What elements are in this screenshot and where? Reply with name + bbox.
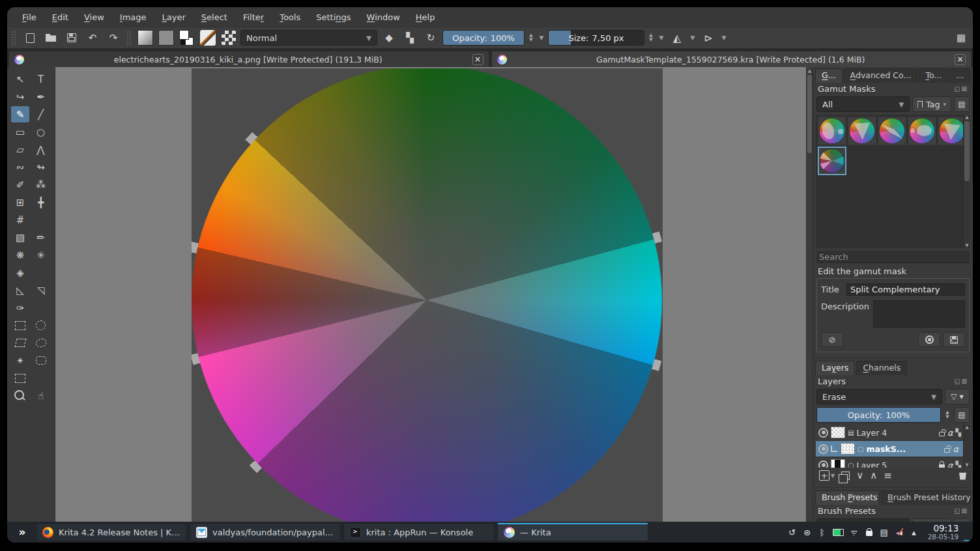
zoom-tool[interactable] (11, 388, 29, 404)
brush-presets-button[interactable] (220, 29, 238, 46)
wifi-icon[interactable] (850, 529, 859, 536)
layers-scrollbar[interactable]: ▲ ▼ (963, 425, 970, 468)
document-tab[interactable]: GamutMaskTemplate_1559027569.kra [Write … (491, 51, 972, 67)
layer-row[interactable]: ▢ maskS... α (816, 441, 970, 457)
colorize-mask-tool[interactable]: ✳ (32, 247, 50, 263)
layers-docker-tab[interactable]: Layers (815, 361, 855, 375)
cancel-edit-button[interactable]: ⊘ (821, 332, 843, 347)
taskbar-window-button[interactable]: — Krita (497, 523, 648, 541)
alpha-lock-icon[interactable]: α (947, 428, 953, 438)
battery-icon[interactable] (833, 529, 844, 536)
layer-name[interactable]: Layer 5 (856, 460, 936, 468)
text-tool[interactable]: T (32, 71, 50, 87)
move-layer-down-button[interactable]: ∨ (856, 470, 863, 481)
menu-item[interactable]: Filter (236, 10, 271, 24)
brush-docker-tab[interactable]: Brush Presets (815, 490, 880, 505)
opacity-spinner[interactable]: ▲▼ (527, 33, 535, 42)
menu-item[interactable]: Edit (45, 10, 76, 24)
layer-lock-icon[interactable] (939, 464, 945, 468)
scroll-up-icon[interactable]: ▲ (807, 67, 813, 74)
display-mode-button[interactable]: ▤ (954, 96, 970, 112)
edit-shapes-tool[interactable]: ↪ (11, 89, 29, 105)
layer-opacity-spinner[interactable]: ▲▼ (944, 410, 951, 419)
clock[interactable]: 09:13 28-05-19 (928, 524, 959, 541)
wrap-around-mode-button[interactable]: ⊳ (699, 29, 717, 46)
canvas-vertical-scrollbar[interactable]: ▲ (806, 67, 813, 522)
close-docker-icon[interactable]: ⊠ (962, 507, 968, 515)
scroll-up-icon[interactable]: ▲ (964, 115, 970, 120)
smart-patch-tool[interactable]: ❋ (11, 247, 29, 263)
tag-button[interactable]: Tag ▾ (912, 96, 951, 112)
float-docker-icon[interactable]: ◱ (954, 85, 961, 92)
move-tool[interactable]: ╋ (32, 194, 50, 210)
mirror-horizontal-button[interactable]: ◭ (668, 29, 686, 46)
measure-tool[interactable]: ◺ (11, 282, 29, 298)
layer-lock-icon[interactable] (944, 448, 950, 453)
menu-item[interactable]: Select (194, 10, 235, 24)
workspace-chooser-button[interactable]: ▦ (952, 29, 970, 46)
brush-size-slider[interactable]: Size: 7,50 px (548, 30, 644, 46)
color-sampler-tool[interactable]: ✏ (32, 229, 50, 246)
bluetooth-icon[interactable]: ᛒ (818, 528, 827, 537)
docker-tab[interactable]: To... (919, 68, 948, 83)
dynamic-brush-tool[interactable]: ✐ (11, 177, 29, 193)
bezier-selection-tool[interactable] (32, 352, 50, 369)
clipboard-icon[interactable]: ▤ (880, 528, 889, 537)
line-tool[interactable]: ╱ (32, 106, 50, 122)
mask-title-input[interactable] (846, 283, 965, 296)
mask-description-input[interactable] (873, 300, 965, 328)
inherit-alpha-icon[interactable]: ▚ (956, 461, 961, 468)
docker-tab[interactable]: ... (949, 68, 970, 83)
select-shapes-tool[interactable]: ↖ (11, 71, 29, 87)
toolbar-grip[interactable] (127, 30, 132, 46)
ellipse-tool[interactable]: ○ (32, 124, 50, 140)
close-icon[interactable]: × (472, 54, 483, 65)
menu-item[interactable]: Layer (155, 10, 193, 24)
float-docker-icon[interactable]: ◱ (954, 378, 961, 385)
mask-atmospheric-triad[interactable] (818, 117, 846, 145)
add-layer-button[interactable]: +▼ (819, 470, 835, 481)
layer-blending-mode-select[interactable]: Erase ▼ (816, 389, 942, 404)
layer-visibility-eye-icon[interactable] (818, 444, 828, 454)
layer-thumbnail[interactable] (831, 459, 845, 468)
expand-arrow-icon[interactable]: ▴ (910, 528, 919, 537)
taskbar-window-button[interactable]: krita : AppRun — Konsole (343, 523, 495, 541)
mask-split-complementary[interactable] (818, 147, 846, 175)
polygon-tool[interactable]: ▱ (11, 141, 29, 158)
preserve-alpha-button[interactable]: ▚ (401, 29, 419, 46)
layer-name[interactable]: maskS... (866, 444, 942, 454)
undo-button[interactable]: ↶ (83, 29, 102, 46)
move-layer-up-button[interactable]: ∧ (870, 470, 877, 481)
docker-tab[interactable]: Advanced Co... (844, 68, 918, 83)
layer-lock-icon[interactable] (939, 432, 945, 436)
taskbar-window-button[interactable]: valdyas/foundation/paypal — KM... (190, 523, 341, 541)
duplicate-layer-button[interactable] (841, 472, 850, 480)
elliptical-selection-tool[interactable] (32, 317, 50, 333)
multibrush-tool[interactable]: ⁂ (32, 177, 50, 193)
chevron-down-icon[interactable]: ▼ (720, 35, 728, 41)
scroll-up-icon[interactable]: ▲ (964, 425, 970, 430)
gamut-color-wheel[interactable] (192, 68, 662, 522)
scrollbar-handle[interactable] (807, 75, 812, 153)
mask-triad[interactable] (938, 117, 966, 145)
gradient-chooser-button[interactable] (136, 29, 154, 46)
layer-thumbnail[interactable] (831, 427, 845, 438)
crop-tool[interactable]: # (11, 212, 29, 228)
pattern-chooser-button[interactable] (157, 29, 175, 46)
mask-complementary[interactable] (848, 117, 876, 145)
updates-icon[interactable]: ↺ (788, 528, 797, 537)
gradient-tool[interactable]: ▧ (11, 229, 29, 246)
toolbar-grip[interactable] (12, 30, 16, 46)
packages-icon[interactable]: ⊛ (803, 528, 812, 537)
layer-visibility-eye-icon[interactable] (818, 428, 828, 438)
brush-docker-tab[interactable]: Brush Preset History (881, 490, 971, 505)
transform-tool[interactable]: ⊞ (11, 194, 29, 210)
scroll-down-icon[interactable]: ▼ (964, 462, 970, 468)
edit-brush-settings-button[interactable] (199, 29, 217, 46)
volume-muted-icon[interactable]: ◄ (895, 528, 904, 537)
panel-hide-icon[interactable]: ▁ (964, 533, 969, 543)
freehand-brush-tool[interactable]: ✎ (11, 106, 29, 122)
menu-item[interactable]: Tools (272, 10, 308, 24)
layer-properties-button[interactable]: ≡ (884, 470, 892, 481)
preview-mask-button[interactable] (918, 332, 940, 347)
